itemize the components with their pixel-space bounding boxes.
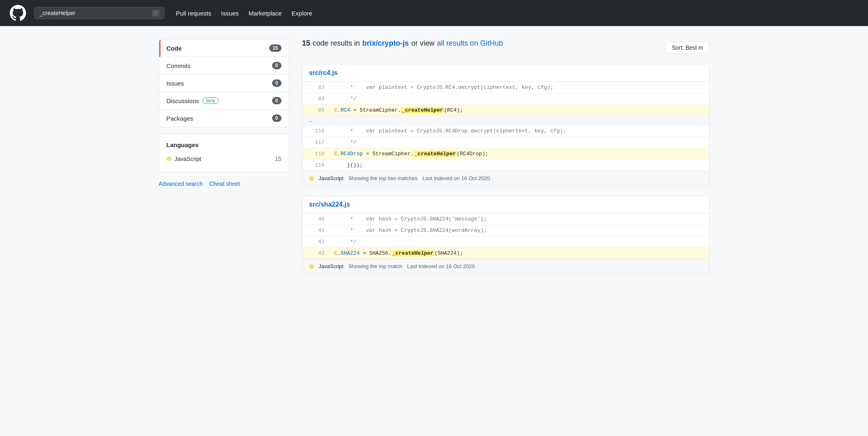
result-indexed-sha224: Last indexed on 16 Oct 2020 xyxy=(407,263,475,269)
results-header-row: 15 code results in brix/crypto-js or vie… xyxy=(302,39,710,56)
line-content-119: }()); xyxy=(331,160,709,171)
code-line-83: 83 * var plaintext = CryptoJS.RC4.decryp… xyxy=(303,82,709,93)
code-line-118: 118 C.RC4Drop = StreamCipher._createHelp… xyxy=(303,148,709,160)
result-card-header-sha224: src/sha224.js xyxy=(303,196,709,213)
filter-commits[interactable]: Commits 0 xyxy=(159,57,289,75)
code-line-117: 117 */ xyxy=(303,137,709,148)
language-item-js[interactable]: JavaScript 15 xyxy=(167,153,281,165)
result-footer-rc4: JavaScript Showing the top two matches L… xyxy=(303,171,709,185)
nav-explore[interactable]: Explore xyxy=(292,10,312,17)
nav-issues[interactable]: Issues xyxy=(221,10,239,17)
result-file-link-rc4[interactable]: src/rc4.js xyxy=(309,69,338,76)
line-num-119: 119 xyxy=(303,160,331,171)
filter-packages[interactable]: Packages 0 xyxy=(159,110,289,127)
code-line-116: 116 * var plaintext = CryptoJS.RC4Drop.d… xyxy=(303,126,709,137)
lang-count-js: 15 xyxy=(275,156,281,162)
code-block-sha224: 40 * var hash = CryptoJS.SHA224('message… xyxy=(303,213,709,259)
results-header: 15 code results in brix/crypto-js or vie… xyxy=(302,39,503,48)
code-line-43: 43 C.SHA224 = SHA256._createHelper(SHA22… xyxy=(303,248,709,259)
filter-code-badge: 15 xyxy=(269,44,281,52)
line-num-40: 40 xyxy=(303,214,331,225)
line-content-117: */ xyxy=(331,137,709,148)
filter-code[interactable]: Code 15 xyxy=(159,40,289,57)
search-kbd: / xyxy=(152,10,159,16)
beta-badge: Beta xyxy=(202,97,219,104)
filter-issues-badge: 0 xyxy=(272,79,281,87)
line-content-83: * var plaintext = CryptoJS.RC4.decrypt(c… xyxy=(331,82,709,93)
search-input[interactable] xyxy=(40,10,149,16)
filter-discussions-badge: 0 xyxy=(272,97,281,104)
js-lang-dot-rc4 xyxy=(309,176,314,181)
result-lang-sha224: JavaScript xyxy=(319,263,344,269)
result-card-sha224: src/sha224.js 40 * var hash = CryptoJS.S… xyxy=(302,196,710,274)
lang-left: JavaScript xyxy=(167,156,201,162)
sidebar-links: Advanced search Cheat sheet xyxy=(159,179,289,189)
results-or-view: or view xyxy=(411,39,435,48)
header-nav: Pull requests Issues Marketplace Explore xyxy=(176,10,312,17)
line-num-118: 118 xyxy=(303,148,331,159)
line-content-41: * var hash = CryptoJS.SHA224(wordArray); xyxy=(331,225,709,236)
nav-pull-requests[interactable]: Pull requests xyxy=(176,10,211,17)
filter-discussions-label: Discussions xyxy=(167,97,199,104)
code-block-rc4: 83 * var plaintext = CryptoJS.RC4.decryp… xyxy=(303,81,709,171)
result-card-rc4: src/rc4.js 83 * var plaintext = CryptoJS… xyxy=(302,64,710,186)
line-num-117: 117 xyxy=(303,137,331,148)
result-card-header-rc4: src/rc4.js xyxy=(303,64,709,81)
code-line-41: 41 * var hash = CryptoJS.SHA224(wordArra… xyxy=(303,225,709,236)
sidebar: Code 15 Commits 0 Issues 0 Discussions B… xyxy=(159,39,289,284)
sort-button[interactable]: Sort: Best m xyxy=(666,42,709,54)
filter-packages-badge: 0 xyxy=(272,115,281,122)
line-content-85: C.RC4 = StreamCipher._createHelper(RC4); xyxy=(331,105,709,116)
results-count-label: code results in xyxy=(313,39,360,48)
sidebar-filters: Code 15 Commits 0 Issues 0 Discussions B… xyxy=(159,39,289,127)
filter-issues[interactable]: Issues 0 xyxy=(159,75,289,92)
filter-commits-label: Commits xyxy=(167,62,191,69)
result-footer-sha224: JavaScript Showing the top match Last in… xyxy=(303,259,709,273)
line-content-40: * var hash = CryptoJS.SHA224('message'); xyxy=(331,214,709,225)
line-num-84: 84 xyxy=(303,93,331,104)
filter-commits-badge: 0 xyxy=(272,62,281,69)
header: / Pull requests Issues Marketplace Explo… xyxy=(0,0,868,26)
code-line-ellipsis: … xyxy=(303,116,709,126)
result-indexed-rc4: Last indexed on 16 Oct 2020 xyxy=(422,175,490,181)
languages-title: Languages xyxy=(167,141,281,148)
js-color-dot xyxy=(167,156,171,161)
nav-marketplace[interactable]: Marketplace xyxy=(248,10,282,17)
result-file-link-sha224[interactable]: src/sha224.js xyxy=(309,201,350,208)
line-content-84: */ xyxy=(331,93,709,104)
line-num-116: 116 xyxy=(303,126,331,137)
search-box[interactable]: / xyxy=(34,7,165,19)
languages-box: Languages JavaScript 15 xyxy=(159,134,289,172)
code-line-85: 85 C.RC4 = StreamCipher._createHelper(RC… xyxy=(303,105,709,116)
result-lang-rc4: JavaScript xyxy=(319,175,344,181)
line-content-42: */ xyxy=(331,236,709,247)
code-line-40: 40 * var hash = CryptoJS.SHA224('message… xyxy=(303,214,709,225)
ellipsis-text: … xyxy=(309,118,312,123)
js-lang-dot-sha224 xyxy=(309,264,314,269)
advanced-search-link[interactable]: Advanced search xyxy=(159,181,203,187)
line-num-83: 83 xyxy=(303,82,331,93)
line-num-41: 41 xyxy=(303,225,331,236)
main-content: 15 code results in brix/crypto-js or vie… xyxy=(302,39,710,284)
filter-issues-label: Issues xyxy=(167,80,184,87)
code-line-119: 119 }()); xyxy=(303,160,709,171)
line-num-85: 85 xyxy=(303,105,331,116)
repo-link[interactable]: brix/crypto-js xyxy=(363,39,409,48)
line-content-43: C.SHA224 = SHA256._createHelper(SHA224); xyxy=(331,248,709,259)
cheat-sheet-link[interactable]: Cheat sheet xyxy=(209,181,240,187)
filter-discussions[interactable]: Discussions Beta 0 xyxy=(159,92,289,110)
line-content-118: C.RC4Drop = StreamCipher._createHelper(R… xyxy=(331,148,709,159)
line-content-116: * var plaintext = CryptoJS.RC4Drop.decry… xyxy=(331,126,709,137)
code-line-84: 84 */ xyxy=(303,93,709,105)
results-count: 15 xyxy=(302,39,310,48)
main-container: Code 15 Commits 0 Issues 0 Discussions B… xyxy=(149,26,719,297)
line-num-43: 43 xyxy=(303,248,331,259)
all-results-link[interactable]: all results on GitHub xyxy=(437,39,503,48)
line-num-42: 42 xyxy=(303,236,331,247)
filter-code-label: Code xyxy=(167,45,182,52)
code-line-42: 42 */ xyxy=(303,236,709,248)
github-logo[interactable] xyxy=(10,5,26,21)
result-note-sha224: Showing the top match xyxy=(348,263,402,269)
filter-discussions-label-group: Discussions Beta xyxy=(167,97,219,104)
filter-packages-label: Packages xyxy=(167,115,193,122)
